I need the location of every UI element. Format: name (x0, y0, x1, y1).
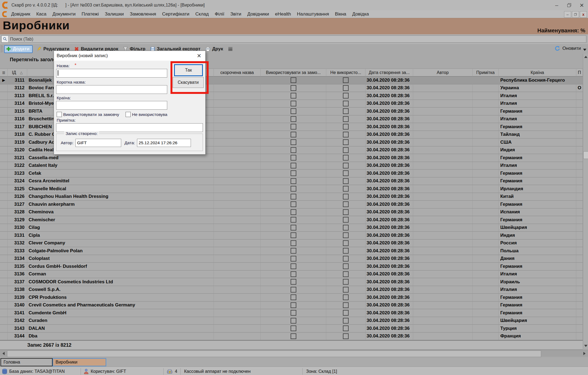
vertical-scrollbar[interactable] (583, 54, 588, 349)
column-header-country[interactable]: Країна (499, 69, 576, 76)
cell-not-used-checkbox[interactable] (326, 325, 365, 333)
not-used-checkbox[interactable] (126, 112, 131, 117)
cell-use-default-checkbox[interactable] (261, 286, 326, 294)
checkbox-unchecked[interactable] (343, 271, 349, 277)
checkbox-unchecked[interactable] (291, 325, 296, 331)
checkbox-unchecked[interactable] (343, 147, 349, 153)
toolbar-overflow-icon[interactable] (583, 49, 586, 51)
cell-not-used-checkbox[interactable] (326, 154, 365, 162)
table-row[interactable]: 3133Colgate-Palmolive Polan30.04.2020 08… (0, 247, 583, 255)
checkbox-unchecked[interactable] (343, 279, 349, 285)
checkbox-unchecked[interactable] (291, 93, 296, 99)
checkbox-unchecked[interactable] (343, 178, 349, 184)
checkbox-unchecked[interactable] (291, 108, 296, 114)
column-header-use_default[interactable]: Використовувати за замо... (261, 69, 326, 76)
cell-not-used-checkbox[interactable] (326, 278, 365, 286)
cell-not-used-checkbox[interactable] (326, 224, 365, 232)
table-row[interactable]: 3127Chauvin ankerpharm30.04.2020 08:28:3… (0, 201, 583, 208)
table-row[interactable]: 3121Cassella-med30.04.2020 08:28:36Герма… (0, 154, 583, 162)
tab-manufacturers[interactable]: Виробники (53, 358, 106, 366)
author-field[interactable]: GIFT (75, 139, 121, 147)
menu-item-замовлення[interactable]: Замовлення (127, 11, 159, 17)
horizontal-scrollbar-thumb[interactable] (7, 351, 541, 357)
checkbox-unchecked[interactable] (343, 232, 349, 238)
cell-use-default-checkbox[interactable] (261, 271, 326, 278)
cell-use-default-checkbox[interactable] (261, 309, 326, 317)
column-header-short_name[interactable]: скорочена назва (214, 69, 261, 76)
checkbox-unchecked[interactable] (291, 263, 296, 269)
checkbox-unchecked[interactable] (291, 217, 296, 223)
cell-not-used-checkbox[interactable] (326, 100, 365, 108)
cell-not-used-checkbox[interactable] (326, 271, 365, 278)
checkbox-unchecked[interactable] (343, 170, 349, 176)
checkbox-unchecked[interactable] (291, 225, 296, 230)
cell-not-used-checkbox[interactable] (326, 162, 365, 170)
checkbox-unchecked[interactable] (291, 155, 296, 161)
checkbox-unchecked[interactable] (343, 194, 349, 199)
checkbox-unchecked[interactable] (343, 302, 349, 308)
table-row[interactable]: 3131Cipla30.04.2020 08:28:36Индия (0, 232, 583, 239)
checkbox-unchecked[interactable] (343, 116, 349, 122)
menu-item-довідка[interactable]: Довідка (349, 11, 372, 17)
checkbox-unchecked[interactable] (343, 256, 349, 262)
cell-use-default-checkbox[interactable] (261, 255, 326, 263)
checkbox-unchecked[interactable] (291, 232, 296, 238)
scroll-up-icon[interactable] (583, 54, 588, 60)
cell-use-default-checkbox[interactable] (261, 107, 326, 115)
checkbox-unchecked[interactable] (291, 170, 296, 176)
checkbox-unchecked[interactable] (343, 287, 349, 293)
table-row[interactable]: 3137COSMODOR Cosmetics Industries Ltd30.… (0, 278, 583, 286)
add-button[interactable]: ✚ Додати (4, 45, 33, 53)
checkbox-unchecked[interactable] (291, 310, 296, 316)
checkbox-unchecked[interactable] (291, 271, 296, 277)
use-default-checkbox[interactable] (57, 112, 62, 117)
cell-use-default-checkbox[interactable] (261, 146, 326, 154)
checkbox-unchecked[interactable] (291, 186, 296, 192)
table-row[interactable]: 3138Coswell S.p.A.30.04.2020 08:28:36Ита… (0, 286, 583, 294)
cell-use-default-checkbox[interactable] (261, 92, 326, 100)
table-row[interactable]: 3140Crevil Cosmetics and Pharmaceuticals… (0, 302, 583, 309)
checkbox-unchecked[interactable] (343, 240, 349, 246)
cell-use-default-checkbox[interactable] (261, 201, 326, 208)
checkbox-unchecked[interactable] (291, 85, 296, 91)
short-name-field[interactable] (56, 85, 167, 94)
cell-use-default-checkbox[interactable] (261, 232, 326, 239)
menu-item-ehealth[interactable]: eHealth (272, 11, 294, 17)
print-button[interactable]: Друк (205, 46, 223, 52)
cell-not-used-checkbox[interactable] (326, 309, 365, 317)
cell-not-used-checkbox[interactable] (326, 84, 365, 92)
cell-not-used-checkbox[interactable] (326, 170, 365, 177)
checkbox-unchecked[interactable] (291, 240, 296, 246)
menu-item-звіти[interactable]: Звіти (227, 11, 244, 17)
checkbox-unchecked[interactable] (291, 116, 296, 122)
toolbar-grip[interactable] (1, 45, 2, 53)
checkbox-unchecked[interactable] (291, 101, 296, 106)
cell-not-used-checkbox[interactable] (326, 201, 365, 208)
checkbox-unchecked[interactable] (291, 178, 296, 184)
cell-use-default-checkbox[interactable] (261, 294, 326, 302)
menu-item-документи[interactable]: Документи (50, 11, 79, 17)
cell-not-used-checkbox[interactable] (326, 107, 365, 115)
menu-item-довідник[interactable]: Довідник (8, 11, 33, 17)
cell-use-default-checkbox[interactable] (261, 193, 326, 201)
cell-not-used-checkbox[interactable] (326, 92, 365, 100)
checkbox-unchecked[interactable] (343, 318, 349, 324)
cell-not-used-checkbox[interactable] (326, 115, 365, 123)
cell-not-used-checkbox[interactable] (326, 216, 365, 224)
dialog-title-bar[interactable]: Виробник (новий запис) ✕ (54, 51, 205, 61)
table-row[interactable]: 3132Clever Company30.04.2020 08:28:36Рос… (0, 239, 583, 247)
scroll-right-icon[interactable] (581, 350, 588, 357)
menu-item-каса[interactable]: Каса (33, 11, 49, 17)
checkbox-unchecked[interactable] (291, 279, 296, 285)
cell-not-used-checkbox[interactable] (326, 247, 365, 255)
cell-not-used-checkbox[interactable] (326, 177, 365, 185)
cell-use-default-checkbox[interactable] (261, 131, 326, 139)
table-row[interactable]: 3128Cheminova30.04.2020 08:28:36Испания (0, 208, 583, 216)
scroll-down-icon[interactable] (583, 343, 588, 349)
table-row[interactable]: 3141Cumdente GmbH30.04.2020 08:28:36Герм… (0, 309, 583, 317)
menu-item-склад[interactable]: Склад (192, 11, 212, 17)
cell-not-used-checkbox[interactable] (326, 123, 365, 131)
cell-use-default-checkbox[interactable] (261, 123, 326, 131)
checkbox-unchecked[interactable] (291, 147, 296, 153)
tab-home[interactable]: Головна (1, 358, 53, 366)
